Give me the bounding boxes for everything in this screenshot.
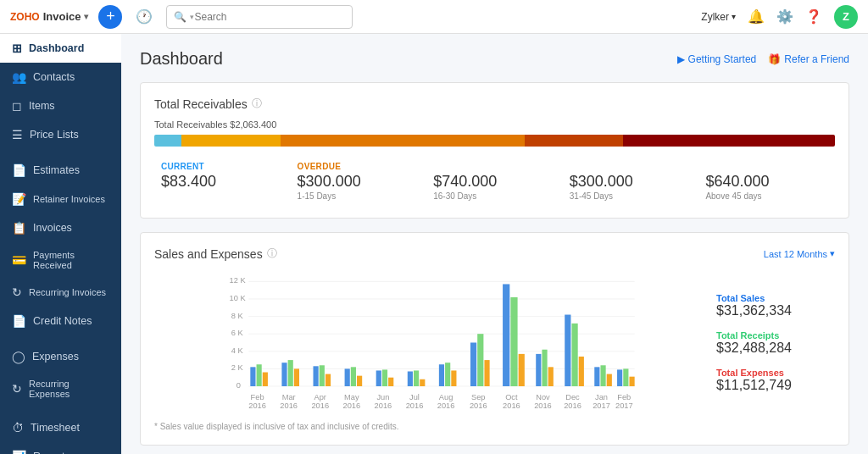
- sidebar-label-recurring-expenses: Recurring Expenses: [29, 379, 109, 399]
- sidebar-label-credit-notes: Credit Notes: [33, 315, 92, 327]
- rec-label-overdue: OVERDUE: [298, 162, 420, 171]
- sidebar-label-price-lists: Price Lists: [30, 129, 79, 141]
- search-input[interactable]: [194, 11, 345, 23]
- payments-received-icon: 💳: [12, 253, 26, 267]
- sidebar-item-price-lists[interactable]: ☰ Price Lists: [0, 120, 121, 149]
- sidebar-label-estimates: Estimates: [33, 164, 80, 176]
- svg-rect-64: [565, 315, 570, 386]
- sidebar-item-retainer-invoices[interactable]: 📝 Retainer Invoices: [0, 185, 121, 213]
- sidebar-item-timesheet[interactable]: ⏱ Timesheet: [0, 413, 121, 442]
- sidebar-item-dashboard[interactable]: ⊞ Dashboard: [0, 34, 121, 63]
- sidebar-item-expenses[interactable]: ◯ Expenses: [0, 342, 121, 371]
- user-name: Zylker: [701, 11, 729, 23]
- sidebar-label-dashboard: Dashboard: [29, 42, 84, 54]
- svg-rect-40: [414, 370, 419, 386]
- sidebar: ⊞ Dashboard 👥 Contacts ◻ Items ☰ Price L…: [0, 34, 121, 454]
- brand-zoho-text: ZOHO: [10, 11, 40, 23]
- legend-total-expenses: Total Expenses $11,512,749: [716, 368, 835, 393]
- svg-rect-69: [594, 367, 599, 386]
- bar-segment-o2: [281, 135, 525, 147]
- avatar[interactable]: Z: [834, 5, 858, 29]
- items-icon: ◻: [12, 99, 22, 113]
- bar-segment-current: [154, 135, 181, 147]
- svg-text:0: 0: [236, 381, 241, 390]
- period-chevron-icon: ▾: [830, 248, 835, 259]
- sidebar-item-reports[interactable]: 📊 Reports: [0, 442, 121, 454]
- sidebar-item-recurring-expenses[interactable]: ↻ Recurring Expenses: [0, 371, 121, 407]
- svg-text:2017: 2017: [615, 401, 633, 410]
- rec-days-31-45: 31-45 Days: [570, 191, 693, 201]
- svg-text:2016: 2016: [503, 401, 520, 410]
- brand-chevron-icon: ▾: [84, 12, 88, 21]
- period-select[interactable]: Last 12 Months ▾: [764, 248, 835, 259]
- svg-rect-74: [617, 369, 622, 386]
- sidebar-label-invoices: Invoices: [33, 222, 72, 234]
- svg-rect-66: [579, 357, 584, 386]
- receivables-bar-label: Total Receivables $2,063.400: [154, 119, 835, 130]
- sidebar-item-items[interactable]: ◻ Items: [0, 91, 121, 120]
- invoices-icon: 📋: [12, 221, 26, 235]
- receivables-info-icon[interactable]: ⓘ: [252, 97, 262, 111]
- sales-info-icon[interactable]: ⓘ: [267, 246, 277, 261]
- sidebar-item-estimates[interactable]: 📄 Estimates: [0, 156, 121, 185]
- getting-started-link[interactable]: ▶ Getting Started: [677, 53, 757, 65]
- chart-footnote: * Sales value displayed is inclusive of …: [154, 422, 835, 431]
- topbar: ZOHO Invoice ▾ + 🕐 🔍 ▾ Zylker ▾ 🔔 ⚙️ ❓ Z: [0, 0, 868, 34]
- receivables-title: Total Receivables ⓘ: [154, 97, 835, 111]
- svg-rect-16: [263, 373, 268, 386]
- add-button[interactable]: +: [98, 5, 122, 29]
- help-icon[interactable]: ❓: [805, 8, 822, 25]
- sidebar-item-recurring-invoices[interactable]: ↻ Recurring Invoices: [0, 278, 121, 307]
- bar-segment-o1: [181, 135, 280, 147]
- svg-rect-20: [288, 360, 293, 386]
- sidebar-label-reports: Reports: [33, 451, 70, 454]
- sidebar-label-items: Items: [29, 100, 55, 112]
- contacts-icon: 👥: [12, 70, 26, 84]
- rec-amount-31-45: $300.000: [570, 173, 693, 191]
- svg-rect-65: [571, 324, 577, 386]
- sidebar-label-payments-received: Payments Received: [33, 250, 109, 270]
- refer-friend-link[interactable]: 🎁 Refer a Friend: [768, 53, 849, 65]
- sidebar-item-credit-notes[interactable]: 📄 Credit Notes: [0, 307, 121, 335]
- svg-text:2016: 2016: [564, 401, 581, 410]
- user-menu[interactable]: Zylker ▾: [701, 11, 736, 23]
- main-content: Dashboard ▶ Getting Started 🎁 Refer a Fr…: [121, 34, 868, 454]
- rec-amount-current: $83.400: [161, 173, 284, 191]
- rec-days-above45: Above 45 days: [705, 191, 828, 201]
- chart-area: 12 K 10 K 8 K 6 K 4 K 2 K 0: [154, 271, 835, 415]
- rec-label-current: CURRENT: [161, 162, 284, 171]
- sidebar-item-contacts[interactable]: 👥 Contacts: [0, 63, 121, 91]
- gift-icon: 🎁: [768, 53, 781, 65]
- rec-label-above45: -: [705, 162, 828, 171]
- rec-label-16-30: -: [433, 162, 556, 171]
- topbar-right: Zylker ▾ 🔔 ⚙️ ❓ Z: [701, 5, 858, 29]
- history-icon[interactable]: 🕐: [132, 5, 156, 29]
- legend-label-expenses: Total Expenses: [716, 368, 835, 378]
- svg-rect-76: [629, 377, 634, 386]
- receivables-bar: [154, 135, 835, 147]
- receivables-columns: CURRENT $83.400 OVERDUE $300.000 1-15 Da…: [154, 158, 835, 204]
- sidebar-label-timesheet: Timesheet: [31, 422, 80, 434]
- svg-text:2016: 2016: [343, 401, 361, 410]
- svg-rect-41: [420, 379, 425, 386]
- sidebar-item-payments-received[interactable]: 💳 Payments Received: [0, 242, 121, 278]
- svg-rect-26: [326, 374, 331, 386]
- notification-icon[interactable]: 🔔: [748, 8, 765, 25]
- sidebar-label-recurring-invoices: Recurring Invoices: [29, 287, 106, 297]
- svg-rect-31: [357, 376, 362, 386]
- svg-rect-45: [445, 363, 450, 386]
- brand-logo[interactable]: ZOHO Invoice ▾: [10, 10, 88, 23]
- chart-right: Total Sales $31,362,334 Total Receipts $…: [716, 271, 835, 415]
- sales-title: Sales and Expenses ⓘ: [154, 246, 277, 261]
- sidebar-item-invoices[interactable]: 📋 Invoices: [0, 213, 121, 242]
- price-lists-icon: ☰: [12, 128, 23, 141]
- legend-total-sales: Total Sales $31,362,334: [716, 293, 835, 318]
- reports-icon: 📊: [12, 450, 26, 454]
- legend-total-receipts: Total Receipts $32,488,284: [716, 330, 835, 356]
- dashboard-icon: ⊞: [12, 42, 22, 55]
- svg-rect-59: [536, 354, 541, 386]
- svg-rect-61: [548, 367, 554, 386]
- svg-text:2016: 2016: [406, 401, 424, 410]
- settings-icon[interactable]: ⚙️: [776, 8, 793, 25]
- rec-col-31-45: - $300.000 31-45 Days: [563, 158, 699, 204]
